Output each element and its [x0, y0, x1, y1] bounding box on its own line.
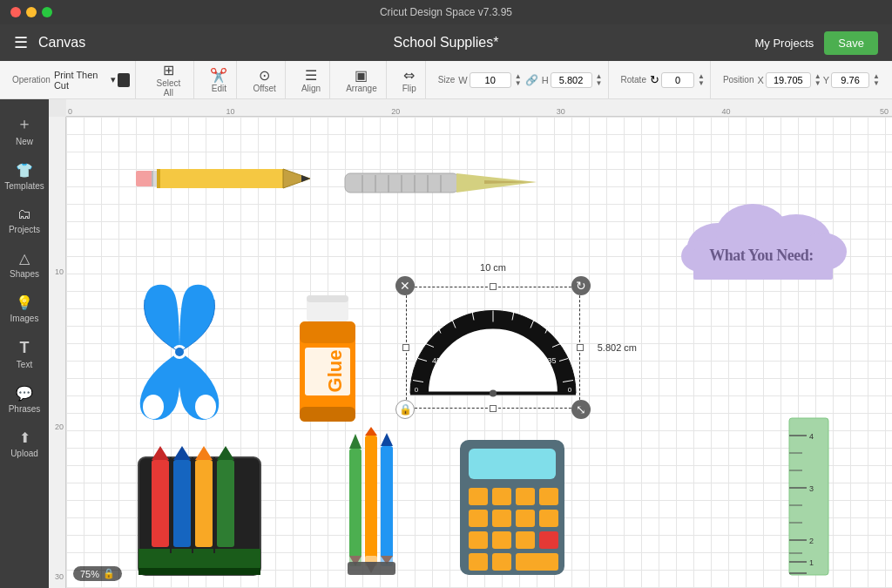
colored-pencils-item[interactable] [323, 427, 419, 579]
svg-rect-101 [516, 553, 558, 571]
flip-button[interactable]: ⇔ Flip [399, 65, 420, 95]
sidebar-label-images: Images [10, 314, 39, 323]
pencil-item[interactable] [136, 160, 310, 195]
rotate-down[interactable]: ▼ [698, 80, 705, 87]
svg-rect-60 [139, 568, 260, 575]
sidebar-item-templates[interactable]: 👕 Templates [0, 155, 49, 198]
svg-rect-7 [157, 169, 160, 188]
lock-ratio-icon[interactable]: 🔗 [525, 74, 538, 86]
crayons-item[interactable] [134, 444, 265, 579]
title-bar: Cricut Design Space v7.3.95 [0, 0, 892, 24]
sidebar-item-projects[interactable]: 🗂 Projects [0, 199, 49, 241]
sidebar-item-phrases[interactable]: 💬 Phrases [0, 378, 49, 421]
size-inputs: W ▲▼ 🔗 H ▲▼ [458, 72, 602, 88]
sidebar-label-shapes: Shapes [10, 269, 39, 279]
rotate-icon: ↻ [650, 73, 659, 86]
arrange-group: ▣ Arrange [337, 61, 387, 98]
resize-handle[interactable]: ⤡ [571, 400, 591, 419]
ruler-item[interactable]: 4 3 2 1 [785, 418, 833, 579]
sidebar-item-text[interactable]: T Text [0, 332, 49, 376]
select-all-group: ⊞ Select All [143, 61, 194, 98]
size-group: Size W ▲▼ 🔗 H ▲▼ [433, 61, 609, 98]
x-label: X [757, 75, 763, 85]
edit-group: ✂️ Edit [201, 61, 237, 98]
select-all-icon: ⊞ [163, 62, 174, 78]
svg-text:0: 0 [568, 386, 572, 394]
canvas-area[interactable]: 0 10 20 30 40 50 10 20 30 [49, 99, 892, 588]
protractor-item[interactable]: 10 cm 5.802 cm ✕ ↻ 🔒 ⤡ [406, 287, 580, 409]
arrange-button[interactable]: ▣ Arrange [342, 65, 381, 95]
edit-button[interactable]: ✂️ Edit [206, 65, 231, 95]
svg-text:90: 90 [489, 339, 497, 348]
x-input[interactable] [766, 72, 811, 88]
y-down[interactable]: ▼ [873, 80, 880, 87]
svg-rect-91 [469, 510, 488, 527]
width-label: W [458, 75, 467, 85]
flip-icon: ⇔ [403, 67, 415, 84]
lock-handle[interactable]: 🔒 [395, 400, 415, 419]
operation-label: Operation [12, 75, 51, 84]
rotate-group: Rotate ↻ ▲▼ [616, 61, 711, 98]
close-button[interactable] [10, 7, 21, 17]
svg-rect-98 [539, 531, 558, 549]
y-input[interactable] [831, 72, 869, 88]
cloud-text-item[interactable]: What You Need: [674, 178, 848, 282]
sidebar: ＋ New 👕 Templates 🗂 Projects △ Shapes 💡 … [0, 99, 49, 588]
height-down[interactable]: ▼ [596, 80, 603, 87]
rotate-input[interactable] [661, 72, 694, 88]
delete-handle[interactable]: ✕ [395, 276, 415, 295]
handle-top-mid[interactable] [490, 283, 497, 290]
sidebar-item-images[interactable]: 💡 Images [0, 287, 49, 330]
handle-mid-right[interactable] [577, 344, 584, 351]
position-label: Position [723, 75, 754, 84]
handle-bottom-mid[interactable] [490, 405, 497, 412]
glue-stick-item[interactable]: Glue [293, 278, 362, 426]
zoom-badge[interactable]: 75% 🔒 [73, 566, 122, 581]
rotate-inputs: ↻ ▲▼ [650, 72, 705, 88]
svg-text:0: 0 [415, 386, 419, 394]
height-input[interactable] [551, 72, 592, 88]
svg-rect-61 [152, 460, 169, 547]
offset-group: ⊙ Offset [244, 61, 286, 98]
position-inputs: X ▲▼ Y ▲▼ [757, 72, 880, 88]
dimension-height-label: 5.802 cm [598, 342, 637, 353]
sidebar-item-shapes[interactable]: △ Shapes [0, 243, 49, 286]
x-down[interactable]: ▼ [814, 80, 821, 87]
svg-rect-86 [469, 449, 556, 479]
scissors-item[interactable] [132, 278, 227, 426]
toolbar: Operation Print Then Cut ▾ ⊞ Select All … [0, 61, 892, 99]
svg-marker-76 [365, 427, 377, 436]
width-input[interactable] [470, 72, 511, 88]
project-title: School Supplies* [394, 35, 499, 51]
operation-color-swatch[interactable] [118, 73, 130, 87]
svg-marker-73 [349, 434, 362, 449]
fullscreen-button[interactable] [42, 7, 52, 17]
svg-text:What You Need:: What You Need: [709, 247, 813, 264]
align-group: ☰ Align [293, 61, 330, 98]
offset-button[interactable]: ⊙ Offset [249, 65, 280, 95]
svg-text:4: 4 [809, 432, 814, 441]
rotate-label: Rotate [621, 75, 646, 84]
sidebar-item-upload[interactable]: ⬆ Upload [0, 422, 49, 465]
app-title: Cricut Design Space v7.3.95 [380, 6, 512, 18]
handle-mid-left[interactable] [402, 344, 409, 351]
rotate-handle[interactable]: ↻ [571, 276, 591, 295]
size-label: Size [438, 75, 455, 84]
select-all-button[interactable]: ⊞ Select All [148, 60, 188, 99]
align-button[interactable]: ☰ Align [298, 65, 324, 95]
cutter-item[interactable] [345, 160, 537, 195]
operation-value[interactable]: Print Then Cut ▾ [54, 70, 130, 91]
save-button[interactable]: Save [824, 31, 878, 55]
position-group: Position X ▲▼ Y ▲▼ [718, 61, 885, 98]
minimize-button[interactable] [26, 7, 37, 17]
operation-group: Operation Print Then Cut ▾ [7, 61, 136, 98]
width-down[interactable]: ▼ [515, 80, 522, 87]
hamburger-icon[interactable]: ☰ [14, 33, 28, 52]
svg-rect-99 [469, 553, 488, 571]
sidebar-item-new[interactable]: ＋ New [0, 106, 49, 153]
canvas-work[interactable]: What You Need: [66, 117, 892, 588]
my-projects-button[interactable]: My Projects [754, 37, 814, 50]
svg-marker-66 [195, 446, 213, 460]
height-label: H [542, 75, 549, 85]
calculator-item[interactable] [456, 436, 569, 579]
